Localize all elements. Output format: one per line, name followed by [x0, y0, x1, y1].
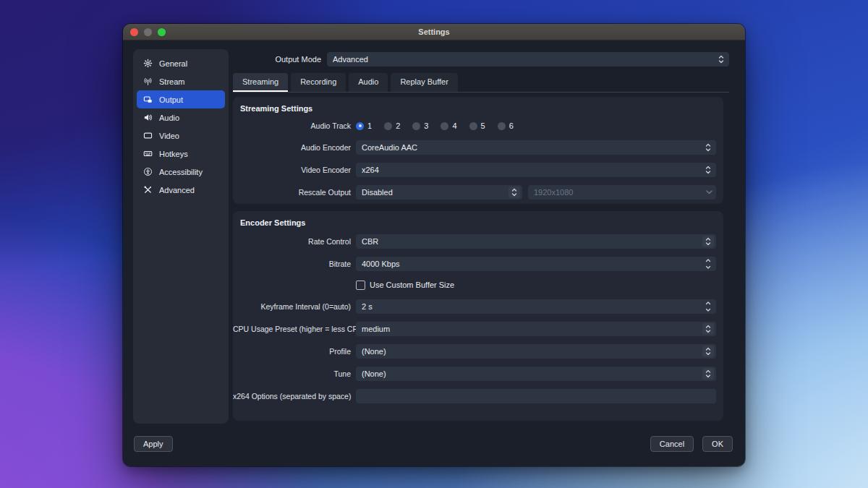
sidebar-item-general[interactable]: General — [137, 54, 225, 72]
minimize-icon — [144, 28, 152, 36]
audio-encoder-row: Audio Encoder CoreAudio AAC — [233, 136, 723, 158]
chevron-updown-icon[interactable] — [702, 323, 714, 335]
broadcast-icon — [142, 77, 153, 87]
sidebar-item-label: Accessibility — [159, 168, 203, 176]
rate-control-row: Rate Control CBR — [233, 230, 723, 252]
x264-options-row: x264 Options (separated by space) — [233, 385, 723, 407]
custom-buffer-row: Use Custom Buffer Size — [233, 275, 723, 295]
accessibility-icon — [142, 167, 153, 177]
close-icon[interactable] — [130, 28, 138, 36]
audio-track-label: Audio Track — [233, 121, 356, 130]
tab-recording[interactable]: Recording — [291, 73, 346, 92]
video-encoder-select[interactable]: x264 — [356, 163, 716, 177]
rescale-resolution-select: 1920x1080 — [528, 185, 716, 200]
x264-options-label: x264 Options (separated by space) — [233, 392, 356, 401]
radio-icon[interactable] — [356, 122, 364, 130]
bitrate-spinner[interactable]: 4000 Kbps — [356, 257, 716, 271]
video-encoder-label: Video Encoder — [233, 166, 356, 174]
output-settings-pane: Output Mode Advanced Streaming Recording… — [233, 52, 729, 421]
gear-icon — [142, 59, 153, 69]
sidebar-item-audio[interactable]: Audio — [137, 108, 225, 127]
settings-sidebar: General Stream Output Audio — [133, 49, 229, 424]
cancel-button[interactable]: Cancel — [650, 436, 694, 452]
profile-label: Profile — [233, 347, 356, 356]
title-bar[interactable]: Settings — [123, 24, 745, 40]
output-mode-select[interactable]: Advanced — [327, 52, 729, 67]
zoom-icon[interactable] — [158, 28, 166, 36]
keyframe-interval-spinner[interactable]: 2 s — [356, 299, 716, 314]
video-encoder-row: Video Encoder x264 — [233, 158, 723, 181]
tune-select[interactable]: (None) — [356, 367, 716, 381]
bitrate-label: Bitrate — [233, 260, 356, 268]
chevron-updown-icon[interactable] — [715, 53, 727, 65]
sidebar-item-accessibility[interactable]: Accessibility — [137, 163, 225, 181]
audio-track-option-5[interactable]: 5 — [469, 121, 485, 130]
tab-audio[interactable]: Audio — [349, 73, 388, 92]
audio-track-radio-group: 1 2 3 4 5 6 — [356, 121, 514, 130]
chevron-updown-icon[interactable] — [702, 346, 714, 357]
rate-control-label: Rate Control — [233, 237, 356, 246]
tune-row: Tune (None) — [233, 362, 723, 385]
tune-label: Tune — [233, 369, 356, 378]
sidebar-item-label: General — [159, 59, 187, 68]
audio-track-option-4[interactable]: 4 — [441, 121, 456, 130]
encoder-settings-title: Encoder Settings — [233, 217, 723, 230]
sidebar-item-output[interactable]: Output — [137, 90, 225, 108]
cpu-usage-preset-label: CPU Usage Preset (higher = less CPU) — [233, 325, 356, 333]
cpu-usage-preset-select[interactable]: medium — [356, 322, 716, 336]
tools-icon — [142, 185, 153, 195]
profile-select[interactable]: (None) — [356, 344, 716, 359]
sidebar-item-label: Hotkeys — [159, 150, 188, 158]
audio-encoder-label: Audio Encoder — [233, 143, 356, 152]
output-icon — [142, 95, 153, 105]
sidebar-item-hotkeys[interactable]: Hotkeys — [137, 145, 225, 163]
sidebar-item-video[interactable]: Video — [137, 127, 225, 145]
tab-replay-buffer[interactable]: Replay Buffer — [391, 73, 457, 92]
sidebar-item-label: Advanced — [159, 186, 195, 194]
radio-icon[interactable] — [498, 122, 506, 130]
chevron-updown-icon[interactable] — [702, 142, 714, 153]
spinner-arrows-icon[interactable] — [702, 258, 714, 270]
audio-track-option-6[interactable]: 6 — [498, 121, 514, 130]
apply-button[interactable]: Apply — [134, 436, 173, 452]
audio-track-row: Audio Track 1 2 3 4 5 6 — [233, 116, 723, 136]
monitor-icon — [142, 131, 153, 141]
x264-options-input[interactable] — [356, 389, 716, 403]
chevron-updown-icon[interactable] — [702, 164, 714, 176]
sidebar-item-label: Video — [159, 132, 179, 140]
radio-icon[interactable] — [412, 122, 420, 130]
audio-track-option-1[interactable]: 1 — [356, 121, 372, 130]
traffic-lights — [130, 24, 166, 40]
window-title: Settings — [418, 27, 449, 36]
sidebar-item-label: Output — [159, 95, 183, 104]
chevron-updown-icon[interactable] — [702, 236, 714, 247]
sidebar-item-stream[interactable]: Stream — [137, 72, 225, 90]
footer-right-buttons: Cancel OK — [650, 436, 733, 452]
tab-streaming[interactable]: Streaming — [233, 73, 288, 92]
keyframe-interval-label: Keyframe Interval (0=auto) — [233, 302, 356, 311]
radio-icon[interactable] — [384, 122, 392, 130]
sidebar-item-advanced[interactable]: Advanced — [137, 181, 225, 199]
audio-track-option-2[interactable]: 2 — [384, 121, 400, 130]
keyframe-interval-row: Keyframe Interval (0=auto) 2 s — [233, 295, 723, 317]
window-body: General Stream Output Audio — [123, 40, 745, 466]
chevron-updown-icon[interactable] — [509, 187, 520, 198]
radio-icon[interactable] — [469, 122, 477, 130]
streaming-settings-panel: Streaming Settings Audio Track 1 2 3 4 5… — [233, 97, 723, 204]
chevron-updown-icon[interactable] — [702, 368, 714, 380]
speaker-icon — [142, 113, 153, 123]
audio-track-option-3[interactable]: 3 — [412, 121, 428, 130]
spinner-arrows-icon[interactable] — [702, 301, 714, 312]
streaming-settings-title: Streaming Settings — [233, 103, 723, 116]
bitrate-row: Bitrate 4000 Kbps — [233, 252, 723, 275]
ok-button[interactable]: OK — [702, 436, 733, 452]
audio-encoder-select[interactable]: CoreAudio AAC — [356, 140, 716, 155]
rescale-output-select[interactable]: Disabled — [356, 185, 522, 200]
sidebar-item-label: Stream — [159, 77, 184, 86]
chevron-down-icon — [706, 185, 712, 200]
radio-icon[interactable] — [441, 122, 448, 130]
rate-control-select[interactable]: CBR — [356, 234, 716, 249]
use-custom-buffer-checkbox[interactable]: Use Custom Buffer Size — [356, 281, 454, 290]
checkbox-icon[interactable] — [356, 281, 365, 290]
profile-row: Profile (None) — [233, 340, 723, 362]
